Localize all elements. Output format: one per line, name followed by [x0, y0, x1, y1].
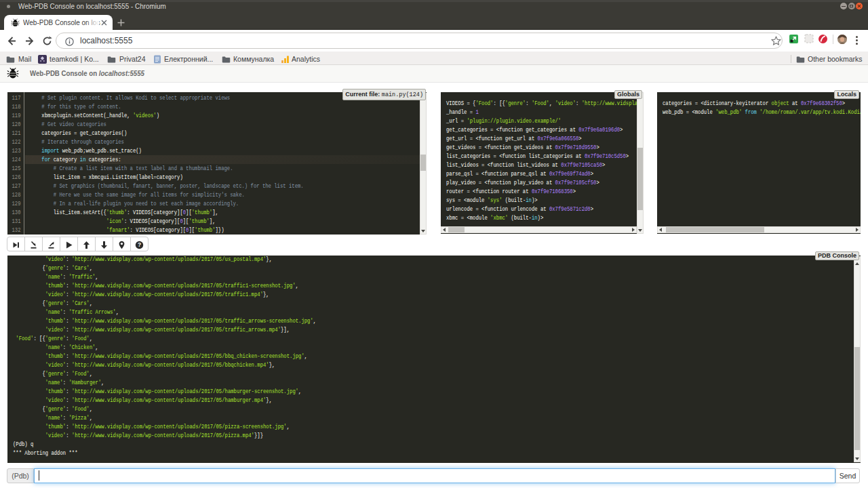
svg-text:?: ?: [138, 241, 141, 248]
